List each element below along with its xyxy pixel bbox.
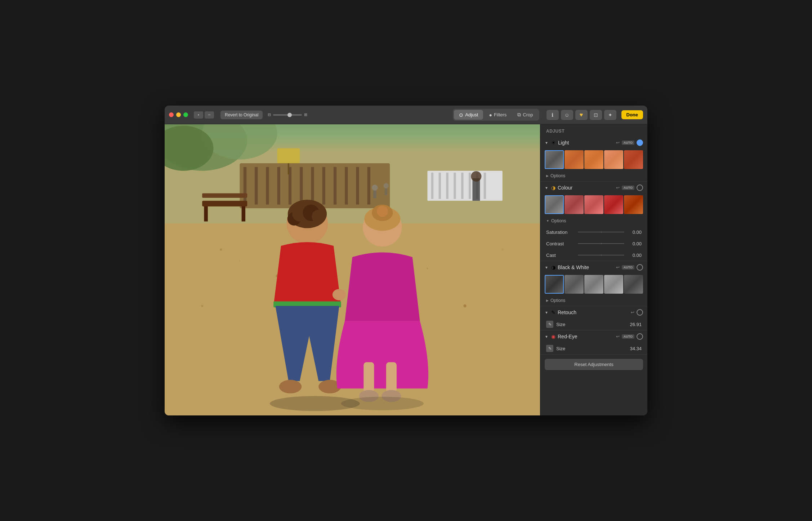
bw-toggle[interactable] xyxy=(637,264,643,271)
tab-filters[interactable]: ● Filters xyxy=(484,110,512,120)
cast-value: 0.00 xyxy=(627,253,642,258)
svg-rect-7 xyxy=(255,167,258,204)
bw-thumb-3[interactable] xyxy=(604,275,623,294)
adjust-icon: ⊙ xyxy=(459,112,463,118)
light-thumb-4[interactable] xyxy=(624,150,643,169)
svg-point-41 xyxy=(201,305,203,307)
bw-thumb-2[interactable] xyxy=(584,275,603,294)
close-button[interactable] xyxy=(169,112,174,117)
light-toggle[interactable] xyxy=(637,139,643,146)
bw-actions: ↩ AUTO xyxy=(616,264,643,271)
svg-point-55 xyxy=(377,206,388,217)
colour-thumb-0[interactable] xyxy=(545,195,564,214)
tab-adjust-label: Adjust xyxy=(465,112,478,117)
zoom-thumb[interactable] xyxy=(287,113,292,117)
colour-thumb-3[interactable] xyxy=(604,195,623,214)
retouch-undo-icon[interactable]: ↩ xyxy=(631,310,634,315)
red-eye-actions: ↩ AUTO xyxy=(616,333,643,340)
fullscreen-button[interactable] xyxy=(183,112,188,117)
colour-thumb-1[interactable] xyxy=(565,195,584,214)
section-colour-header[interactable]: ▼ ◑ Colour ↩ AUTO xyxy=(540,182,647,194)
red-eye-toggle[interactable] xyxy=(637,333,643,340)
toolbar-actions: ℹ ☺ ♥ ⊡ ✦ xyxy=(546,110,616,120)
share-button[interactable]: ⊡ xyxy=(590,110,602,120)
light-thumb-2[interactable] xyxy=(584,150,603,169)
bw-auto-badge[interactable]: AUTO xyxy=(622,265,634,270)
contrast-slider[interactable] xyxy=(578,240,624,247)
bw-thumb-4[interactable] xyxy=(624,275,643,294)
bw-icon: ◑ xyxy=(551,264,556,270)
bw-undo-icon[interactable]: ↩ xyxy=(616,265,620,270)
red-eye-size-row: ✎ Size 34.34 xyxy=(540,343,647,354)
info-button[interactable]: ℹ xyxy=(546,110,559,120)
bw-thumbnails xyxy=(540,273,647,297)
emoji-button[interactable]: ☺ xyxy=(561,110,573,120)
light-auto-badge[interactable]: AUTO xyxy=(622,141,634,145)
colour-thumb-4[interactable] xyxy=(624,195,643,214)
svg-rect-28 xyxy=(202,193,247,198)
contrast-value: 0.00 xyxy=(627,241,642,246)
svg-rect-29 xyxy=(204,206,208,222)
minimize-button[interactable] xyxy=(176,112,181,117)
section-light-header[interactable]: ▼ ☀ Light ↩ AUTO xyxy=(540,137,647,149)
svg-point-35 xyxy=(239,260,240,262)
bw-thumb-0[interactable] xyxy=(545,275,564,294)
done-button[interactable]: Done xyxy=(621,110,643,119)
colour-auto-badge[interactable]: AUTO xyxy=(622,186,634,190)
contrast-row: Contrast 0.00 xyxy=(540,238,647,249)
colour-thumb-2[interactable] xyxy=(584,195,603,214)
photo-area xyxy=(165,124,540,415)
bw-title: Black & White xyxy=(558,264,614,270)
reset-adjustments-button[interactable]: Reset Adjustments xyxy=(545,359,643,370)
cast-slider[interactable] xyxy=(578,251,624,259)
info-icon: ℹ xyxy=(552,112,553,118)
tab-crop[interactable]: ⧉ Crop xyxy=(512,110,538,120)
tab-filters-label: Filters xyxy=(494,112,507,117)
svg-rect-23 xyxy=(461,173,463,199)
split-view-button[interactable]: ▫▫ xyxy=(205,111,214,119)
red-eye-undo-icon[interactable]: ↩ xyxy=(616,334,620,339)
svg-rect-32 xyxy=(288,163,289,174)
toolbar-tabs: ⊙ Adjust ● Filters ⧉ Crop xyxy=(453,109,539,121)
svg-rect-8 xyxy=(266,167,269,204)
section-bw-header[interactable]: ▼ ◑ Black & White ↩ AUTO xyxy=(540,261,647,273)
retouch-toggle[interactable] xyxy=(637,309,643,316)
zoom-slider[interactable] xyxy=(273,114,302,116)
retouch-actions: ↩ xyxy=(631,309,643,316)
revert-to-original-button[interactable]: Revert to Original xyxy=(220,111,263,119)
svg-rect-19 xyxy=(431,173,433,199)
retouch-chevron-icon: ▼ xyxy=(545,311,549,315)
svg-rect-22 xyxy=(454,173,456,199)
section-retouch-header[interactable]: ▼ ✎ Retouch ↩ xyxy=(540,306,647,319)
zoom-control: ⊟ ⊞ xyxy=(268,112,307,117)
colour-undo-icon[interactable]: ↩ xyxy=(616,185,620,190)
light-thumb-3[interactable] xyxy=(604,150,623,169)
retouch-icon: ✎ xyxy=(551,310,556,315)
red-eye-auto-badge[interactable]: AUTO xyxy=(622,334,634,339)
light-thumb-0[interactable] xyxy=(545,150,564,169)
single-view-button[interactable]: ▪ xyxy=(194,111,203,119)
magic-wand-button[interactable]: ✦ xyxy=(604,110,616,120)
bw-options-label: Options xyxy=(550,298,565,303)
svg-rect-27 xyxy=(202,201,247,206)
tab-adjust[interactable]: ⊙ Adjust xyxy=(454,110,483,120)
retouch-brush-icon: ✎ xyxy=(546,321,553,328)
traffic-lights xyxy=(169,112,188,117)
bw-options-row[interactable]: ▶ Options xyxy=(540,297,647,306)
svg-rect-57 xyxy=(386,362,397,392)
light-undo-icon[interactable]: ↩ xyxy=(616,140,620,145)
saturation-slider[interactable] xyxy=(578,228,624,236)
bw-thumb-1[interactable] xyxy=(565,275,584,294)
red-eye-chevron-icon: ▼ xyxy=(545,335,549,339)
red-eye-brush-icon: ✎ xyxy=(546,345,553,352)
favorite-button[interactable]: ♥ xyxy=(575,110,588,120)
colour-toggle[interactable] xyxy=(637,184,643,191)
light-options-row[interactable]: ▶ Options xyxy=(540,172,647,181)
section-red-eye-header[interactable]: ▼ ◉ Red-Eye ↩ AUTO xyxy=(540,330,647,343)
magic-wand-icon: ✦ xyxy=(608,112,612,118)
colour-options-row[interactable]: ▼ Options xyxy=(540,217,647,226)
colour-actions: ↩ AUTO xyxy=(616,184,643,191)
svg-point-64 xyxy=(471,171,481,182)
svg-rect-17 xyxy=(367,167,370,204)
light-thumb-1[interactable] xyxy=(565,150,584,169)
